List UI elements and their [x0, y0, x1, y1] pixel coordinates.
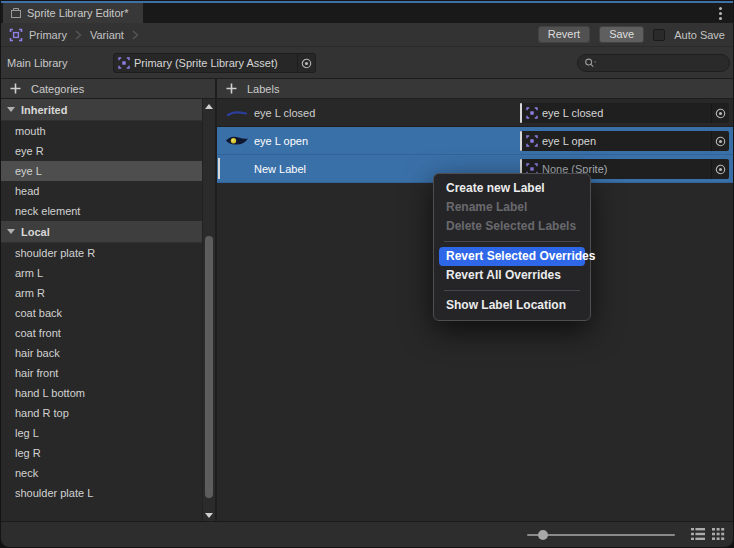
category-list-item[interactable]: leg L — [1, 423, 202, 443]
sprite-field-value: eye L closed — [542, 107, 711, 119]
sprite-object-field[interactable]: eye L open — [520, 131, 729, 151]
main-library-field-value: Primary (Sprite Library Asset) — [134, 57, 278, 69]
category-list-item[interactable]: head — [1, 181, 202, 201]
context-menu-separator — [444, 241, 580, 242]
category-list-item[interactable]: shoulder plate R — [1, 243, 202, 263]
view-mode-buttons — [691, 528, 725, 540]
category-list-item[interactable]: neck element — [1, 201, 202, 221]
eye-closed-sprite-thumbnail — [226, 107, 248, 119]
label-name: New Label — [254, 163, 306, 175]
label-name: eye L closed — [254, 107, 315, 119]
grid-view-icon[interactable] — [712, 528, 725, 540]
category-list-item[interactable]: shoulder plate L — [1, 483, 202, 503]
object-picker-button[interactable] — [711, 131, 729, 151]
window-menu-kebab-icon[interactable] — [707, 3, 733, 23]
context-menu-item: Rename Label — [434, 198, 590, 217]
category-item-label: shoulder plate L — [15, 487, 93, 499]
labels-search-field[interactable] — [577, 54, 730, 72]
category-list-item[interactable]: neck — [1, 463, 202, 483]
category-item-label: arm R — [15, 287, 45, 299]
breadcrumb-variant[interactable]: Variant — [84, 29, 130, 41]
category-item-label: neck element — [15, 205, 80, 217]
thumbnail-size-slider[interactable] — [527, 534, 675, 536]
category-list-item[interactable]: eye R — [1, 141, 202, 161]
category-item-label: leg L — [15, 427, 39, 439]
category-item-label: hair front — [15, 367, 58, 379]
sprite-asset-icon — [526, 107, 538, 119]
sprite-object-field[interactable]: eye L closed — [520, 103, 729, 123]
sprite-asset-icon — [118, 57, 130, 69]
editor-panels: Categories Inherited mouth eye R eye L h… — [1, 79, 733, 523]
category-item-label: arm L — [15, 267, 43, 279]
field-override-bar — [520, 131, 522, 151]
sprite-asset-icon — [526, 135, 538, 147]
bottom-bar — [1, 521, 733, 547]
context-menu-item[interactable]: Show Label Location — [434, 296, 590, 315]
category-list-item[interactable]: arm R — [1, 283, 202, 303]
breadcrumb-primary[interactable]: Primary — [23, 29, 73, 41]
category-list-item[interactable]: arm L — [1, 263, 202, 283]
category-group-label: Inherited — [21, 104, 67, 116]
main-library-label: Main Library — [7, 57, 68, 69]
category-item-label: coat back — [15, 307, 62, 319]
category-list-item[interactable]: mouth — [1, 121, 202, 141]
object-picker-icon — [715, 108, 726, 119]
category-list-item[interactable]: coat front — [1, 323, 202, 343]
category-list-item[interactable]: coat back — [1, 303, 202, 323]
thumbnail-size-slider-thumb[interactable] — [538, 530, 548, 540]
object-picker-button[interactable] — [711, 103, 729, 123]
add-label-button[interactable] — [223, 82, 239, 96]
main-library-object-field[interactable]: Primary (Sprite Library Asset) — [113, 53, 316, 73]
label-thumbnail — [224, 134, 250, 148]
foldout-triangle-icon[interactable] — [7, 107, 15, 112]
object-picker-button[interactable] — [711, 159, 729, 179]
category-list-item[interactable]: hair front — [1, 363, 202, 383]
categories-panel: Categories Inherited mouth eye R eye L h… — [1, 79, 215, 523]
label-row[interactable]: eye L closed eye L closed — [217, 99, 733, 127]
category-item-label: shoulder plate R — [15, 247, 95, 259]
object-picker-icon — [301, 58, 312, 69]
label-row[interactable]: eye L open eye L open — [217, 127, 733, 155]
label-thumbnail — [224, 107, 250, 119]
category-list-item[interactable]: hand L bottom — [1, 383, 202, 403]
categories-scrollbar[interactable] — [202, 99, 215, 523]
category-list-item[interactable]: leg R — [1, 443, 202, 463]
category-item-label: leg R — [15, 447, 41, 459]
breadcrumb-chevron-icon — [132, 28, 139, 42]
context-menu-item[interactable]: Revert Selected Overrides — [439, 247, 585, 266]
scroll-down-arrow-icon[interactable] — [205, 513, 213, 518]
label-context-menu: Create new LabelRename LabelDelete Selec… — [433, 173, 591, 321]
revert-button[interactable]: Revert — [538, 26, 590, 43]
object-picker-icon — [715, 164, 726, 175]
scrollbar-thumb[interactable] — [205, 236, 213, 498]
list-view-icon[interactable] — [691, 528, 705, 540]
foldout-triangle-icon[interactable] — [7, 229, 15, 234]
categories-list: Inherited mouth eye R eye L head neck el… — [1, 99, 202, 523]
auto-save-checkbox[interactable] — [653, 29, 665, 41]
search-input[interactable] — [599, 56, 709, 70]
field-override-bar — [520, 103, 522, 123]
tab-strip: Sprite Library Editor* — [1, 3, 733, 23]
category-list-item[interactable]: hair back — [1, 343, 202, 363]
breadcrumb-chevron-icon — [75, 28, 82, 42]
scroll-up-arrow-icon[interactable] — [205, 104, 213, 109]
category-group-header[interactable]: Inherited — [1, 99, 202, 121]
auto-save-label: Auto Save — [674, 29, 725, 41]
category-list-item[interactable]: eye L — [1, 161, 202, 181]
category-item-label: head — [15, 185, 39, 197]
category-list-item[interactable]: hand R top — [1, 403, 202, 423]
label-override-bar — [218, 158, 220, 179]
category-item-label: eye R — [15, 145, 44, 157]
context-menu-item[interactable]: Revert All Overrides — [434, 266, 590, 285]
category-group-header[interactable]: Local — [1, 221, 202, 243]
editor-toolbar: Primary Variant Revert Save Auto Save — [1, 23, 733, 47]
category-item-label: coat front — [15, 327, 61, 339]
add-category-button[interactable] — [7, 82, 23, 96]
save-button[interactable]: Save — [599, 26, 644, 43]
category-item-label: hair back — [15, 347, 60, 359]
sprite-library-breadcrumb-icon — [9, 28, 23, 42]
context-menu-item[interactable]: Create new Label — [434, 179, 590, 198]
object-picker-button[interactable] — [297, 54, 315, 72]
tab-sprite-library-editor[interactable]: Sprite Library Editor* — [3, 3, 143, 23]
context-menu-separator — [444, 290, 580, 291]
